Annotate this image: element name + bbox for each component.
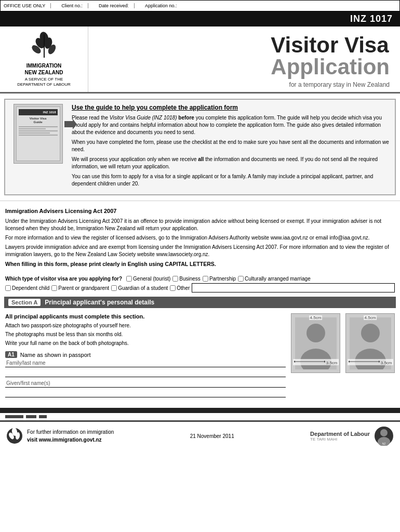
checkbox-cultural-input[interactable] [238,276,244,282]
dept-logo-icon: NZ [374,426,394,446]
label-guardian: Guardian of a student [118,285,168,291]
footer-website: visit www.immigration.govt.nz [27,436,114,444]
field-a1-badge: A1 [5,351,17,358]
label-general: General (tourist) [133,276,170,282]
guide-image-block: INZ 1018 Visitor VisaGuide [9,104,66,190]
checkbox-general-input[interactable] [126,276,132,282]
must-complete: All principal applicants must complete t… [5,313,286,320]
svg-marker-17 [348,361,349,363]
advisers-heading: Immigration Advisers Licensing Act 2007 [5,207,395,215]
family-label: Family/last name [6,360,286,366]
guide-para3: We will process your application only wh… [72,156,391,170]
title-tagline: for a temporary stay in New Zealand [289,81,390,88]
checkbox-parent-input[interactable] [51,285,57,291]
photo1-height-label: 4.5cm [309,315,323,320]
visa-type-row1: Which type of visitor visa are you apply… [5,276,395,282]
advisers-para2: For more information and to view the reg… [5,234,395,242]
width-arrow2-icon [348,359,379,364]
svg-point-24 [380,429,388,436]
footer-content: For further information on immigration v… [0,420,400,450]
guide-thumbnail: INZ 1018 Visitor VisaGuide [14,104,63,164]
title-sub: Application [271,56,390,78]
section-a-title: Principal applicant's personal details [45,299,154,306]
advisers-para1: Under the Immigration Advisers Licensing… [5,218,395,232]
attach-instruction2: The photographs must be less than six mo… [5,331,286,338]
checkbox-partnership-input[interactable] [203,276,208,282]
dash1 [5,415,23,418]
photo2-frame: 4.5cm 3.5cm [345,313,395,373]
photo2-height-label: 4.5cm [364,315,377,320]
svg-marker-18 [378,361,379,363]
label-partnership: Partnership [209,276,236,282]
visa-type-section: Which type of visitor visa are you apply… [0,273,400,295]
family-name-input[interactable] [5,367,286,377]
client-no-label: Client no.: [61,3,88,8]
office-use-bar: OFFICE USE ONLY Client no.: Date receive… [0,0,400,11]
checkbox-partnership[interactable]: Partnership [203,276,236,282]
photo2-width-label: 3.5cm [381,361,392,365]
field-a1-label: Name as shown in passport [20,352,91,358]
photo2-width-arrow: 3.5cm [347,359,393,365]
field-a1-row: A1 Name as shown in passport [5,351,286,358]
guide-content: Use the guide to help you complete the a… [72,104,391,190]
footer-stripe [0,408,400,413]
visa-type-row2: Dependent child Parent or grandparent Gu… [5,283,395,292]
section-a-header: Section A Principal applicant's personal… [4,297,396,308]
footer-info: For further information on immigration [27,428,114,436]
given-name-input[interactable] [5,387,286,397]
visa-type-question: Which type of visitor visa are you apply… [5,276,122,282]
section-a-left: All principal applicants must complete t… [5,313,286,401]
other-text-input[interactable] [192,283,395,292]
label-business: Business [179,276,201,282]
guide-section: INZ 1018 Visitor VisaGuide Use the guide… [4,99,396,195]
dash2 [26,415,36,418]
checkbox-dependent-input[interactable] [5,285,11,291]
guide-para2: When you have completed the form, please… [72,139,391,153]
checkbox-guardian-input[interactable] [111,285,117,291]
advisers-para3: Lawyers provide immigration advice and a… [5,244,395,258]
svg-point-8 [306,324,325,342]
form-code-bar: INZ 1017 [0,11,400,26]
advisers-section: Immigration Advisers Licensing Act 2007 … [0,201,400,273]
app-no-label: Application no.: [145,3,396,8]
label-dependent: Dependent child [12,285,49,291]
svg-text:NZ: NZ [382,442,386,445]
svg-marker-6 [64,119,77,129]
title-block: Visitor Visa Application for a temporary… [88,26,400,92]
dash-row [0,413,400,420]
dept-name: Department of Labour TE TARI MAHI [310,431,370,442]
checkbox-business[interactable]: Business [172,276,201,282]
checkbox-business-input[interactable] [172,276,178,282]
form-code: INZ 1017 [350,14,393,24]
label-cultural: Culturally arranged marriage [245,276,311,282]
attach-instruction1: Attach two passport-size photographs of … [5,322,286,329]
logo-block: IMMIGRATION NEW ZEALAND A SERVICE OF THE… [0,26,88,92]
given-label: Given/first name(s) [6,380,286,386]
checkbox-general[interactable]: General (tourist) [126,276,170,282]
width-arrow1-icon [294,359,325,364]
section-a-content: All principal applicants must complete t… [0,310,400,404]
svg-point-14 [361,324,380,342]
office-use-label: OFFICE USE ONLY [4,3,51,8]
label-other: Other [177,285,190,291]
checkbox-guardian[interactable]: Guardian of a student [111,285,168,291]
photo1-width-arrow: 3.5cm [292,359,338,365]
section-a-badge: Section A [8,299,41,306]
date-received-label: Date received: [99,3,135,8]
guide-para1: Please read the Visitor Visa Guide (INZ … [72,114,391,136]
checkbox-other[interactable]: Other [170,285,190,291]
footer-left: For further information on immigration v… [6,428,114,444]
checkbox-other-input[interactable] [170,285,176,291]
footer-date: 21 November 2011 [114,433,310,439]
title-section: IMMIGRATION NEW ZEALAND A SERVICE OF THE… [0,26,400,94]
checkbox-dependent[interactable]: Dependent child [5,285,49,291]
title-main: Visitor Visa [271,34,390,56]
checkbox-cultural[interactable]: Culturally arranged marriage [238,276,311,282]
footer-text: For further information on immigration v… [27,428,114,444]
svg-marker-11 [294,361,295,363]
checkbox-parent[interactable]: Parent or grandparent [51,285,109,291]
dept-sub: TE TARI MAHI [310,437,370,442]
photo1-width-label: 3.5cm [326,361,338,365]
svg-marker-12 [324,361,325,363]
logo-dept: A SERVICE OF THE DEPARTMENT OF LABOUR [17,77,71,87]
